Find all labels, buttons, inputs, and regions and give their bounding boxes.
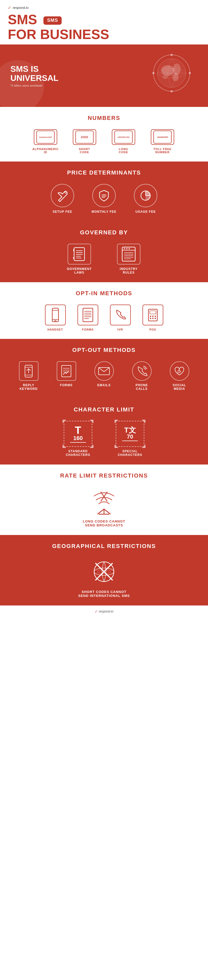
shortcode-label: SHORTCODE <box>79 148 90 154</box>
pos-label: POS <box>149 328 156 331</box>
standard-chars-item: T 160 STANDARDCHARACTERS <box>60 421 96 457</box>
svg-point-10 <box>189 72 191 74</box>
monthly-fee-label: MONTHLY FEE <box>92 210 116 213</box>
price-title: PRICE DETERMINANTS <box>5 169 203 176</box>
tollfree-label: TOLL FREENUMBER <box>153 148 171 154</box>
number-item-longcode: 12013511194 LONGCODE <box>106 129 140 154</box>
shortcode-icon: 22323 <box>73 129 96 145</box>
longcode-icon: 12013511194 <box>112 129 135 145</box>
reply-keyword-label: REPLYKEYWORD <box>19 383 38 391</box>
standard-chars-label: STANDARDCHARACTERS <box>66 449 90 457</box>
social-media-label: SOCIALMEDIA <box>173 383 186 391</box>
footer-logo-text: respond.io <box>99 609 113 613</box>
special-chars-count: 70 <box>127 434 133 439</box>
svg-point-50 <box>154 318 156 319</box>
optout-item-phone: PHONECALLS <box>126 361 157 391</box>
governed-item-rules: INDUSTRYRULES <box>112 244 146 274</box>
svg-rect-44 <box>150 311 156 314</box>
special-chars-underline <box>122 441 138 441</box>
optin-item-pos: POS <box>140 305 166 331</box>
standard-chars-box: T 160 <box>64 421 92 447</box>
svg-point-49 <box>152 318 153 319</box>
sms-badge: SMS <box>43 16 62 25</box>
alphanumeric-label: ALPHANUMERICID <box>32 148 59 154</box>
government-laws-label: GOVERNMENTLAWS <box>67 267 92 274</box>
number-item-shortcode: 22323 SHORTCODE <box>68 129 102 154</box>
title-sms: SMS <box>8 12 37 27</box>
special-chars-symbol: T文 <box>124 426 136 434</box>
usage-fee-label: USAGE FEE <box>135 210 156 213</box>
svg-point-26 <box>126 248 128 250</box>
reply-keyword-icon <box>19 361 38 381</box>
pos-icon <box>143 305 163 325</box>
char-limit-title: CHARACTER LIMIT <box>5 406 203 413</box>
email-label: EMAILS <box>97 383 111 387</box>
optin-section: OPT-IN METHODS HANDSET <box>0 282 208 339</box>
optout-forms-label: FORMS <box>60 383 73 387</box>
geographical-title: GEOGRAPHICAL RESTRICTIONS <box>5 543 203 550</box>
optout-forms-icon <box>57 361 76 381</box>
hero-globe <box>151 52 198 99</box>
hero-headline: SMS IS UNIVERSAL <box>10 65 59 83</box>
phone-calls-label: PHONECALLS <box>135 383 148 391</box>
handset-icon <box>45 305 66 325</box>
optin-item-forms: FORMS <box>75 305 101 331</box>
governed-item-laws: GOVERNMENTLAWS <box>62 244 96 274</box>
hero-section: SMS IS UNIVERSAL *5 billion users worldw… <box>0 45 208 107</box>
special-chars-item: T文 70 SPECIALCHARACTERS <box>112 421 148 457</box>
usage-fee-icon <box>134 184 157 207</box>
number-item-alphanumeric: business123 ALPHANUMERICID <box>29 129 62 154</box>
price-section: PRICE DETERMINANTS SETUP FEE MONTHLY F <box>0 162 208 221</box>
optin-item-ivr: IVR <box>107 305 133 331</box>
setup-fee-label: SETUP FEE <box>52 210 72 213</box>
forms-label: FORMS <box>82 328 94 331</box>
numbers-title: NUMBERS <box>5 115 203 121</box>
svg-point-45 <box>150 315 151 317</box>
governed-section: GOVERNED BY GOVERNMENTLAWS <box>0 221 208 282</box>
optout-grid: REPLYKEYWORD FORMS EMAILS <box>5 361 203 391</box>
svg-point-48 <box>150 318 151 319</box>
handset-label: HANDSET <box>47 328 63 331</box>
page-title: SMS SMS FOR BUSINESS <box>8 12 200 42</box>
numbers-grid: business123 ALPHANUMERICID 22323 SHORTCO… <box>5 129 203 154</box>
optout-item-email: EMAILS <box>88 361 120 391</box>
email-icon <box>94 361 114 381</box>
svg-line-63 <box>104 509 111 514</box>
special-chars-box: T文 70 <box>116 421 144 447</box>
rate-limit-section: RATE LIMIT RESTRICTIONS LONG CODES CANNO… <box>0 465 208 535</box>
footer: ✓ respond.io <box>0 606 208 617</box>
setup-fee-icon <box>51 184 74 207</box>
ivr-label: IVR <box>117 328 123 331</box>
svg-point-36 <box>55 320 56 322</box>
hero-subtitle: *5 billion users worldwide <box>10 84 59 87</box>
header-section: ✓ respond.io SMS SMS FOR BUSINESS <box>0 0 208 45</box>
governed-title: GOVERNED BY <box>5 229 203 236</box>
standard-chars-underline <box>70 442 86 443</box>
tollfree-icon: 18008825555 <box>151 129 174 145</box>
optout-section: OPT-OUT METHODS REPLYKEYWORD <box>0 339 208 398</box>
number-item-tollfree: 18008825555 TOLL FREENUMBER <box>146 129 179 154</box>
industry-rules-icon <box>117 244 140 264</box>
optin-grid: HANDSET FORMS <box>5 305 203 331</box>
svg-point-11 <box>171 90 173 92</box>
geographical-label: SHORT CODES CANNOTSEND INTERNATIONAL SMS <box>78 590 130 598</box>
rate-limit-label: LONG CODES CANNOTSEND BROADCASTS <box>78 519 130 527</box>
svg-point-47 <box>154 315 156 317</box>
hero-text-block: SMS IS UNIVERSAL *5 billion users worldw… <box>10 65 59 87</box>
optout-item-social: SOCIALMEDIA <box>164 361 195 391</box>
geographical-section: GEOGRAPHICAL RESTRICTIONS SHORT CODES CA… <box>0 535 208 606</box>
character-limit-section: CHARACTER LIMIT T 160 STANDARDCHARACTERS… <box>0 398 208 465</box>
monthly-fee-icon <box>92 184 116 207</box>
title-for-business: FOR BUSINESS <box>8 27 109 42</box>
geographical-icon <box>90 557 118 586</box>
standard-chars-symbol: T <box>75 425 81 435</box>
logo-checkmark-icon: ✓ <box>8 5 11 10</box>
optout-item-forms: FORMS <box>51 361 82 391</box>
svg-point-46 <box>152 315 153 317</box>
special-chars-label: SPECIALCHARACTERS <box>118 449 142 457</box>
longcode-label: LONGCODE <box>119 148 128 154</box>
svg-point-27 <box>129 248 130 250</box>
ivr-icon <box>110 305 131 325</box>
rate-limit-icon <box>90 487 118 515</box>
phone-calls-icon <box>132 361 152 381</box>
